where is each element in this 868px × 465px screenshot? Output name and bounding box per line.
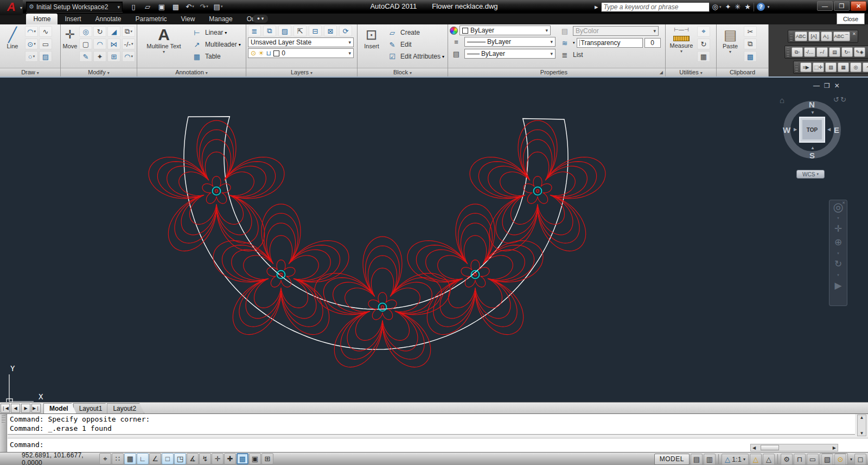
layout-nav-arrow[interactable]: ◀ [11, 404, 20, 413]
quick-calc-icon[interactable]: ↻ [697, 39, 710, 49]
isolate-objects-icon[interactable]: ⊙ [834, 454, 846, 465]
linetype-icon[interactable]: ≡ [450, 36, 463, 47]
layer-dropdown[interactable]: ⊙ ☀ ⊔ 0 ▾ [248, 48, 354, 58]
block-create-button[interactable]: ▱Create [386, 27, 444, 38]
tab-insert[interactable]: Insert [58, 14, 88, 24]
paste-special-icon[interactable]: ▩ [744, 51, 757, 62]
modify-panel-label[interactable]: Modify ▾ [61, 68, 137, 77]
attribute-edit-icon[interactable]: ✎◈ [854, 47, 865, 57]
viewport-controls-icon[interactable]: ▧ [821, 454, 833, 465]
command-vertical-scrollbar[interactable]: ▲▼ [857, 415, 866, 436]
snap-mode-toggle[interactable]: ⌖ [99, 453, 111, 464]
list-icon[interactable]: ≣ [558, 49, 571, 60]
status-menu-caret-icon[interactable]: ▾ [849, 457, 853, 462]
layer-lock-icon[interactable]: ⇱ [293, 26, 307, 36]
transparency-value[interactable]: 0 [644, 38, 661, 48]
viewcube-south-arrow[interactable]: ▲ [810, 145, 815, 150]
rotate-icon[interactable]: ↻ [93, 26, 106, 37]
layer-freeze-icon[interactable]: ▨ [278, 26, 291, 36]
paste-button[interactable]: ▤ Paste ▾ [718, 26, 742, 54]
select-similar-icon[interactable]: ⬚✛ [813, 62, 824, 72]
viewcube-south[interactable]: S [809, 151, 815, 160]
break-icon-caret[interactable]: ▾ [131, 42, 133, 46]
linetype-dropdown[interactable]: ———ByLayer▾ [464, 37, 556, 47]
3d-object-snap-toggle[interactable]: ◳ [174, 453, 186, 464]
autoscale-icon[interactable]: △ [763, 454, 775, 465]
close-button[interactable]: ✕ [851, 1, 866, 11]
favorites-star-icon[interactable]: ★ [744, 3, 751, 11]
search-topics-icon[interactable]: ◎▾ [712, 3, 722, 11]
flower-petal-ring[interactable] [222, 213, 340, 327]
tab-parametric[interactable]: Parametric [129, 14, 174, 24]
trim-extend-icon[interactable]: -/… [804, 47, 815, 57]
flower-petal-ring[interactable] [478, 130, 596, 243]
pan-icon[interactable]: ✛ [834, 224, 842, 234]
quick-properties-toggle[interactable]: ▣ [249, 453, 261, 464]
drawing-minimize-icon[interactable]: — [813, 82, 820, 90]
layer-off-icon[interactable]: ⊟ [309, 26, 322, 36]
multileader-button[interactable]: ↗Multileader▾ [190, 39, 241, 50]
table-button[interactable]: ▦Table [190, 51, 241, 62]
app-menu-button[interactable]: A▾ [0, 0, 23, 15]
layout-icon[interactable]: ▤ [691, 454, 703, 465]
tab-layout1[interactable]: Layout1 [73, 403, 111, 413]
flower-center-dot[interactable] [215, 190, 218, 193]
layer-color-swatch[interactable] [273, 50, 279, 56]
explode-icon[interactable]: ✦ [93, 51, 106, 62]
workspace-dropdown[interactable]: ⚙ Initial Setup Workspace2 ▾ [26, 2, 123, 12]
arc-icon[interactable]: ◠▾ [25, 26, 38, 37]
draw-order-icon[interactable]: ≡▶ [800, 62, 812, 72]
command-horizontal-scrollbar[interactable]: ◀▶ [750, 444, 838, 451]
object-color-dropdown[interactable]: ByLayer▾ [459, 26, 551, 35]
annotation-panel-label[interactable]: Annotation ▾ [137, 68, 246, 77]
chamfer-icon[interactable]: ◠▾ [122, 51, 135, 62]
calculator-icon[interactable]: ▦ [697, 51, 710, 62]
flower-petal-ring[interactable] [323, 246, 441, 359]
copy-clip-icon[interactable]: ⧉ [744, 39, 757, 49]
circle-icon-caret[interactable]: ▾ [34, 42, 36, 46]
selection-cycling-toggle[interactable]: ⊞ [261, 453, 273, 464]
dynamic-input-toggle[interactable]: ✛ [212, 453, 224, 464]
hatch-tool-icon[interactable]: ▨ [825, 62, 837, 72]
array-icon[interactable]: ⊞ [107, 51, 120, 62]
layer-properties-icon[interactable]: ≣ [248, 26, 261, 36]
arc-text-icon[interactable]: ABC⌒ [833, 31, 851, 41]
dynamic-ucs-toggle[interactable]: ↯ [199, 453, 211, 464]
drawing-restore-icon[interactable]: ❒ [824, 82, 830, 90]
minimize-button[interactable]: — [817, 1, 833, 11]
redo-icon[interactable]: ↷▾ [199, 2, 209, 11]
erase-icon[interactable]: ✎ [79, 51, 92, 62]
linear-dimension-button[interactable]: ⊢Linear▾ [190, 27, 241, 38]
necklace-band[interactable] [184, 117, 568, 349]
search-input[interactable] [601, 2, 710, 12]
help-caret-icon[interactable]: ▾ [768, 5, 770, 9]
clean-screen-button[interactable]: ◻ [854, 454, 866, 465]
save-as-icon[interactable]: ▩ [170, 2, 181, 11]
wcs-dropdown[interactable]: WCS▾ [796, 170, 825, 179]
tab-annotate[interactable]: Annotate [88, 14, 128, 24]
navigation-bar[interactable]: ✕ ◎ ▾ ✛ ⊕ ▾ ↻ ▾ ▶ [829, 200, 847, 306]
layout-nav-arrow[interactable]: ❘◀ [1, 404, 10, 413]
arc-icon-caret[interactable]: ▾ [34, 29, 36, 34]
block-panel-label[interactable]: Block ▾ [358, 68, 448, 77]
new-file-icon[interactable]: ▯ [128, 2, 139, 11]
open-folder-icon[interactable]: ▱ [142, 2, 153, 11]
viewcube-east[interactable]: E [834, 125, 839, 135]
single-line-text-icon[interactable]: ABC [795, 31, 807, 41]
search-topics-icon-caret[interactable]: ▾ [719, 5, 722, 9]
command-input[interactable]: Command: [8, 438, 868, 453]
layer-state-icon[interactable]: ⧉ [263, 26, 276, 36]
ellipse-icon-caret[interactable]: ▾ [33, 54, 35, 59]
tab-manage[interactable]: Manage [202, 14, 239, 24]
layer-thaw-sun-icon[interactable]: ☀ [258, 49, 264, 57]
toolbar-lock-icon[interactable]: ⊓ [794, 454, 806, 465]
viewcube-west-arrow[interactable]: ▶ [794, 127, 797, 132]
drawing-close-icon[interactable]: ✕ [834, 82, 840, 90]
line-button[interactable]: ╱ Line [2, 26, 23, 49]
flower-center-circle[interactable] [277, 271, 285, 279]
utilities-panel-label[interactable]: Utilities ▾ [666, 68, 716, 77]
cut-icon[interactable]: ✂ [744, 26, 757, 37]
extend-icon[interactable]: ⌐/ [816, 47, 828, 57]
layer-walk-icon[interactable]: ⟳ [339, 26, 352, 36]
draw-panel-label[interactable]: Draw ▾ [0, 68, 60, 77]
